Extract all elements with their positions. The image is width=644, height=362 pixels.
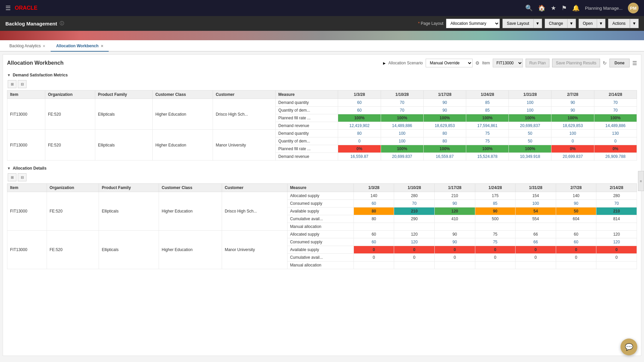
close-icon[interactable]: ✕ <box>43 44 45 48</box>
cell-val[interactable]: 75 <box>475 238 516 246</box>
cell-val[interactable]: 0% <box>551 145 594 153</box>
tab-allocation-workbench[interactable]: Allocation Workbench ✕ <box>51 41 108 52</box>
cell-val[interactable]: 210 <box>596 207 637 215</box>
cell-val[interactable]: 175 <box>475 192 516 200</box>
cell-val[interactable]: 20,699.837 <box>551 153 594 161</box>
cell-val[interactable]: 70 <box>596 200 637 207</box>
cell-val[interactable]: 0% <box>338 145 381 153</box>
toolbar-filter-btn[interactable]: ⊟ <box>18 80 26 88</box>
cell-val[interactable]: 100 <box>381 130 423 137</box>
cell-val[interactable]: 90 <box>434 231 475 238</box>
cell-val[interactable]: 75 <box>475 231 516 238</box>
cell-val[interactable]: 130 <box>594 130 637 137</box>
cell-val[interactable]: 0 <box>596 254 637 261</box>
cell-val[interactable]: 66 <box>516 231 556 238</box>
cell-val[interactable]: 18,629,853 <box>423 122 466 130</box>
cell-val[interactable]: 70 <box>594 99 637 107</box>
cell-val[interactable]: 100% <box>594 114 637 122</box>
cell-val[interactable] <box>475 261 516 269</box>
cell-val[interactable]: 90 <box>423 99 466 107</box>
demand-section-header[interactable]: ▼ Demand Satisfaction Metrics <box>7 73 637 77</box>
cell-val[interactable]: 70 <box>394 200 435 207</box>
cell-val[interactable]: 154 <box>516 192 556 200</box>
cell-val[interactable]: 120 <box>596 231 637 238</box>
cell-val[interactable]: 14,489,886 <box>594 122 637 130</box>
cell-val[interactable]: 100% <box>423 145 466 153</box>
expand-icon[interactable]: ▶ <box>383 61 386 65</box>
search-icon[interactable]: 🔍 <box>525 4 533 12</box>
cell-val[interactable]: 0 <box>516 254 556 261</box>
cell-val[interactable]: 70 <box>381 107 423 114</box>
cell-val[interactable]: 100 <box>381 137 423 145</box>
star-icon[interactable]: ★ <box>551 4 556 12</box>
cell-val[interactable]: 50 <box>556 207 596 215</box>
panel-icon[interactable]: ☰ <box>632 60 637 66</box>
cell-val[interactable]: 500 <box>475 215 516 223</box>
right-panel-toggle[interactable]: ≡ <box>638 171 644 191</box>
cell-val[interactable]: 20,699,837 <box>509 122 551 130</box>
done-button[interactable]: Done <box>609 59 630 67</box>
cell-val[interactable]: 0 <box>516 246 556 254</box>
run-plan-button[interactable]: Run Plan <box>526 59 549 67</box>
cell-val[interactable] <box>434 223 475 231</box>
home-icon[interactable]: 🏠 <box>538 4 545 12</box>
cell-val[interactable]: 100% <box>551 114 594 122</box>
cell-val[interactable]: 90 <box>475 207 516 215</box>
cell-val[interactable]: 100% <box>381 114 423 122</box>
cell-val[interactable]: 80 <box>338 130 381 137</box>
save-layout-dropdown[interactable]: ▼ <box>534 19 542 28</box>
cell-val[interactable]: 0 <box>338 137 381 145</box>
toolbar-view-btn[interactable]: ⊞ <box>8 173 16 181</box>
cell-val[interactable]: 60 <box>354 231 394 238</box>
cell-val[interactable]: 14,489,886 <box>381 122 423 130</box>
cell-val[interactable]: 0 <box>596 246 637 254</box>
cell-val[interactable]: 90 <box>434 238 475 246</box>
cell-val[interactable]: 120 <box>596 238 637 246</box>
cell-val[interactable]: 16,559.87 <box>338 153 381 161</box>
cell-val[interactable]: 90 <box>551 99 594 107</box>
cell-val[interactable]: 100% <box>466 114 509 122</box>
cell-val[interactable]: 60 <box>338 99 381 107</box>
cell-val[interactable]: 100 <box>516 200 556 207</box>
cell-val[interactable]: 90 <box>551 107 594 114</box>
cell-val[interactable]: 50 <box>509 130 551 137</box>
cell-val[interactable] <box>516 223 556 231</box>
cell-val[interactable]: 18,629,853 <box>551 122 594 130</box>
cell-val[interactable]: 90 <box>556 200 596 207</box>
cell-val[interactable]: 100 <box>551 130 594 137</box>
cell-val[interactable]: 210 <box>434 192 475 200</box>
cell-val[interactable]: 120 <box>394 238 435 246</box>
cell-val[interactable] <box>434 261 475 269</box>
cell-val[interactable]: 90 <box>434 200 475 207</box>
cell-val[interactable]: 100% <box>338 114 381 122</box>
cell-val[interactable]: 0 <box>434 246 475 254</box>
hamburger-icon[interactable]: ☰ <box>5 4 11 12</box>
save-layout-button[interactable]: Save Layout <box>502 19 534 28</box>
cell-val[interactable]: 0 <box>594 137 637 145</box>
cell-val[interactable]: 60 <box>338 107 381 114</box>
cell-val[interactable]: 100% <box>509 145 551 153</box>
cell-val[interactable]: 120 <box>394 231 435 238</box>
cell-val[interactable] <box>556 223 596 231</box>
save-planning-results-button[interactable]: Save Planning Results <box>552 59 600 67</box>
cell-val[interactable] <box>394 223 435 231</box>
cell-val[interactable]: 0 <box>475 254 516 261</box>
cell-val[interactable]: 210 <box>394 207 435 215</box>
cell-val[interactable]: 0 <box>394 246 435 254</box>
toolbar-view-btn[interactable]: ⊞ <box>8 80 16 88</box>
cell-val[interactable]: 100% <box>381 145 423 153</box>
user-avatar[interactable]: PM <box>628 3 639 13</box>
cell-val[interactable] <box>556 261 596 269</box>
cell-val[interactable]: 12,419,902 <box>338 122 381 130</box>
cell-val[interactable]: 16,559.87 <box>423 153 466 161</box>
cell-val[interactable]: 54 <box>516 207 556 215</box>
chat-button[interactable]: 💬 <box>621 339 637 355</box>
refresh-icon[interactable]: ↻ <box>603 60 607 66</box>
page-layout-select[interactable]: Allocation Summary <box>446 19 500 28</box>
open-button[interactable]: Open <box>579 19 597 28</box>
tab-backlog-analytics[interactable]: Backlog Analytics ✕ <box>4 41 51 52</box>
cell-val[interactable]: 0 <box>434 254 475 261</box>
cell-val[interactable]: 140 <box>354 192 394 200</box>
cell-val[interactable]: 100 <box>509 107 551 114</box>
cell-val[interactable]: 120 <box>434 207 475 215</box>
